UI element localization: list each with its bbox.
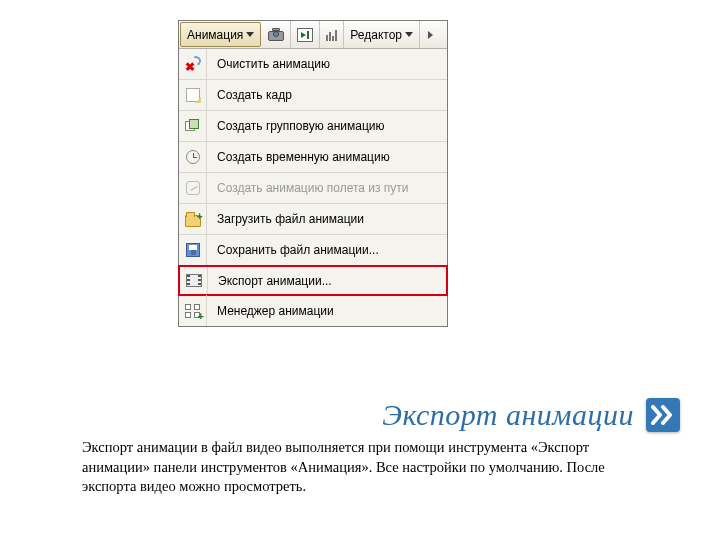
animation-menu: ✖ Очистить анимацию Создать кадр Создать…: [179, 49, 447, 326]
menu-item-create-frame[interactable]: Создать кадр: [179, 80, 447, 111]
menu-item-label: Сохранить файл анимации...: [207, 243, 447, 257]
play-icon: [297, 28, 313, 42]
forward-button[interactable]: [420, 21, 447, 48]
menu-item-label: Очистить анимацию: [207, 57, 447, 71]
menu-item-export-animation[interactable]: Экспорт анимации...: [178, 265, 448, 296]
editor-dropdown-label: Редактор: [350, 28, 402, 42]
menu-item-clear-animation[interactable]: ✖ Очистить анимацию: [179, 49, 447, 80]
clear-icon: ✖: [185, 56, 201, 72]
menu-item-load-animation-file[interactable]: + Загрузить файл анимации: [179, 204, 447, 235]
slide-body-text: Экспорт анимации в файл видео выполняетс…: [82, 438, 642, 497]
menu-item-label: Создать групповую анимацию: [207, 119, 447, 133]
save-icon: [186, 243, 200, 257]
menu-item-create-group-animation[interactable]: Создать групповую анимацию: [179, 111, 447, 142]
clock-icon: [186, 150, 200, 164]
menu-item-label: Загрузить файл анимации: [207, 212, 447, 226]
menu-item-save-animation-file[interactable]: Сохранить файл анимации...: [179, 235, 447, 266]
camera-icon: [268, 28, 284, 41]
editor-dropdown-button[interactable]: Редактор: [344, 21, 420, 48]
play-button[interactable]: [291, 21, 320, 48]
slide-title-row: Экспорт анимации: [80, 398, 680, 432]
chevron-down-icon: [246, 32, 254, 37]
folder-open-icon: +: [185, 215, 201, 227]
animation-panel-screenshot: Анимация Редактор ✖ Очистить анимацию Со…: [178, 20, 448, 327]
animation-dropdown-button[interactable]: Анимация: [180, 22, 261, 47]
slide-title: Экспорт анимации: [382, 398, 634, 432]
double-chevron-right-icon: [651, 405, 675, 425]
frame-icon: [186, 88, 200, 102]
menu-item-label: Создать анимацию полета из пути: [207, 181, 447, 195]
menu-item-create-time-animation[interactable]: Создать временную анимацию: [179, 142, 447, 173]
flypath-icon: [186, 181, 200, 195]
chevrons-badge: [646, 398, 680, 432]
equalizer-icon: [326, 29, 337, 41]
menu-item-label: Создать кадр: [207, 88, 447, 102]
equalizer-button[interactable]: [320, 21, 344, 48]
menu-item-create-fly-animation: Создать анимацию полета из пути: [179, 173, 447, 204]
menu-item-label: Экспорт анимации...: [208, 274, 446, 288]
group-icon: [185, 119, 201, 133]
menu-item-animation-manager[interactable]: + Менеджер анимации: [179, 295, 447, 326]
menu-item-label: Менеджер анимации: [207, 304, 447, 318]
manager-icon: +: [185, 304, 200, 318]
camera-button[interactable]: [262, 21, 291, 48]
chevron-right-icon: [428, 31, 433, 39]
menu-item-label: Создать временную анимацию: [207, 150, 447, 164]
chevron-down-icon: [405, 32, 413, 37]
toolbar: Анимация Редактор: [179, 21, 447, 49]
film-icon: [186, 274, 202, 287]
animation-dropdown-label: Анимация: [187, 28, 243, 42]
